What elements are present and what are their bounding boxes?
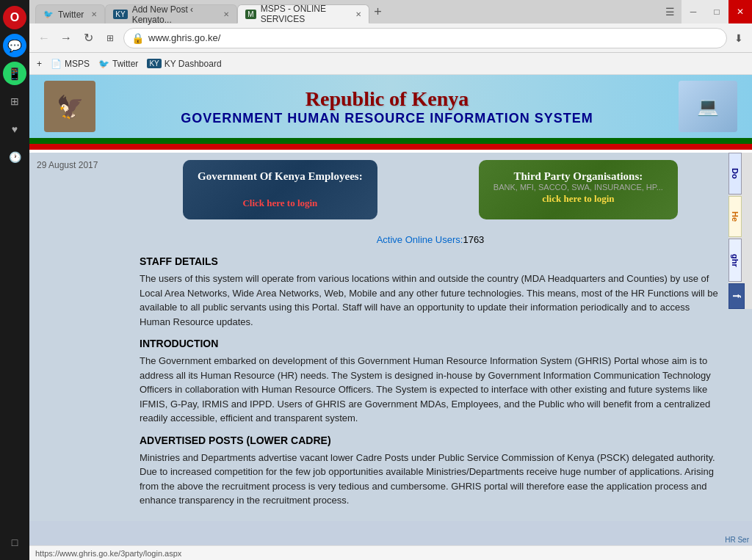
- page-layout: 29 August 2017 Government Of Kenya Emplo…: [37, 160, 721, 514]
- active-users-label: Active Online Users:: [377, 234, 463, 245]
- tab-addpost[interactable]: KY Add New Post ‹ Kenyato... ✕: [105, 4, 237, 23]
- main-content-area: 🦅 Republic of Kenya GOVERNMENT HUMAN RES…: [29, 75, 752, 545]
- new-tab-button[interactable]: +: [369, 4, 386, 20]
- bookmarks-bar: + 📄 MSPS 🐦 Twitter KY KY Dashboard: [29, 53, 752, 75]
- download-button[interactable]: ⬇: [731, 29, 746, 47]
- status-url: https://www.ghris.go.ke/3party/login.asp…: [35, 549, 181, 558]
- twitter-bookmark-label: Twitter: [112, 59, 138, 69]
- flag-stripe-red: [29, 144, 752, 150]
- msps-bookmark-icon: 📄: [51, 59, 62, 69]
- content-wrapper: Do He ghr f 29 August 2017 Government Of…: [29, 153, 752, 521]
- tab-msps[interactable]: M MSPS - ONLINE SERVICES ✕: [237, 4, 369, 23]
- date-column: 29 August 2017: [37, 160, 132, 514]
- download-panel-btn[interactable]: Do: [728, 153, 742, 194]
- bookmark-ky[interactable]: KY KY Dashboard: [147, 59, 221, 69]
- opera-logo-icon[interactable]: O: [3, 6, 26, 29]
- whatsapp-icon[interactable]: 📱: [3, 62, 26, 85]
- ky-bookmark-icon: KY: [147, 59, 161, 68]
- twitter-bookmark-icon: 🐦: [98, 59, 109, 69]
- msps-tab-icon: M: [245, 10, 256, 19]
- heart-icon[interactable]: ♥: [3, 117, 26, 141]
- active-users-count: 1763: [463, 234, 484, 245]
- refresh-button[interactable]: ↻: [79, 29, 97, 47]
- messenger-icon[interactable]: 💬: [3, 34, 26, 57]
- facebook-panel-btn[interactable]: f: [728, 283, 745, 309]
- login-buttons-section: Government Of Kenya Employees: Click her…: [140, 160, 721, 219]
- home-button[interactable]: ⊞: [101, 29, 119, 47]
- tab-addpost-label: Add New Post ‹ Kenyato...: [132, 4, 217, 25]
- minimize-button[interactable]: ─: [682, 0, 705, 23]
- intro-section-text: The Government embarked on development o…: [140, 354, 721, 426]
- staff-section-text: The users of this system will operate fr…: [140, 272, 721, 329]
- tab-msps-close[interactable]: ✕: [355, 10, 361, 18]
- site-title-block: Republic of Kenya GOVERNMENT HUMAN RESOU…: [95, 87, 679, 126]
- forward-button[interactable]: →: [57, 29, 75, 47]
- third-login-link[interactable]: click here to login: [542, 193, 614, 204]
- header-image: 💻 HR Ser: [679, 81, 737, 132]
- intro-section-title: INTRODUCTION: [140, 338, 721, 349]
- status-bar: https://www.ghris.go.ke/3party/login.asp…: [29, 545, 752, 560]
- window-menu-icon[interactable]: ☰: [658, 0, 682, 23]
- right-panel: Do He ghr f: [728, 153, 752, 309]
- tab-twitter-close[interactable]: ✕: [91, 10, 97, 18]
- screen-icon[interactable]: □: [3, 531, 26, 554]
- addpost-tab-icon: KY: [113, 10, 127, 19]
- bookmark-msps[interactable]: 📄 MSPS: [51, 59, 90, 69]
- back-button[interactable]: ←: [35, 29, 53, 47]
- tab-twitter-label: Twitter: [58, 10, 84, 20]
- active-users-bar: Active Online Users:1763: [140, 234, 721, 245]
- help-panel-btn[interactable]: He: [728, 196, 742, 237]
- opera-sidebar: O 💬 📱 ⊞ ♥ 🕐 □: [0, 0, 29, 560]
- advertised-section-text: Ministries and Departments advertise vac…: [140, 451, 721, 508]
- ky-bookmark-label: KY Dashboard: [164, 59, 222, 69]
- bookmark-twitter[interactable]: 🐦 Twitter: [98, 59, 138, 69]
- address-bar[interactable]: 🔒 www.ghris.go.ke/: [123, 28, 727, 48]
- site-header: 🦅 Republic of Kenya GOVERNMENT HUMAN RES…: [29, 75, 752, 138]
- ghris-panel-btn[interactable]: ghr: [728, 239, 742, 283]
- tab-addpost-close[interactable]: ✕: [223, 10, 229, 18]
- main-page-content: 29 August 2017 Government Of Kenya Emplo…: [29, 153, 752, 521]
- close-button[interactable]: ✕: [728, 0, 752, 23]
- header-image-text: HR Ser: [725, 536, 749, 544]
- coat-of-arms: 🦅: [44, 81, 95, 132]
- page-date: 29 August 2017: [37, 160, 98, 170]
- third-login-subtitle: BANK, MFI, SACCO, SWA, INSURANCE, HP...: [494, 183, 663, 192]
- site-title: Republic of Kenya: [95, 87, 679, 111]
- center-content: Government Of Kenya Employees: Click her…: [140, 160, 721, 514]
- history-icon[interactable]: 🕐: [3, 145, 26, 169]
- site-subtitle: GOVERNMENT HUMAN RESOURCE INFORMATION SY…: [95, 111, 679, 126]
- third-login-button[interactable]: Third party organisations: BANK, MFI, SA…: [479, 160, 678, 219]
- staff-section-title: STAFF DETAILS: [140, 255, 721, 267]
- gov-login-link[interactable]: Click here to login: [242, 197, 317, 208]
- twitter-tab-icon: 🐦: [43, 10, 54, 19]
- flag-stripe-green: [29, 138, 752, 144]
- advertised-section-title: ADVERTISED POSTS (LOWER CADRE): [140, 434, 721, 446]
- maximize-button[interactable]: □: [705, 0, 728, 23]
- address-bar-row: ← → ↻ ⊞ 🔒 www.ghris.go.ke/ ⬇: [29, 23, 752, 53]
- add-bookmark-button[interactable]: +: [37, 59, 42, 69]
- tab-msps-label: MSPS - ONLINE SERVICES: [261, 4, 349, 24]
- window-controls: ☰ ─ □ ✕: [658, 0, 752, 23]
- gov-login-button[interactable]: Government Of Kenya Employees: Click her…: [183, 160, 377, 219]
- address-url: www.ghris.go.ke/: [148, 32, 220, 43]
- header-left: 🦅: [44, 81, 95, 132]
- msps-bookmark-label: MSPS: [65, 59, 90, 69]
- grid-icon[interactable]: ⊞: [3, 90, 26, 113]
- gov-login-title: Government Of Kenya Employees:: [198, 170, 363, 183]
- third-login-title: Third party organisations:: [494, 170, 663, 183]
- tab-twitter[interactable]: 🐦 Twitter ✕: [35, 4, 105, 23]
